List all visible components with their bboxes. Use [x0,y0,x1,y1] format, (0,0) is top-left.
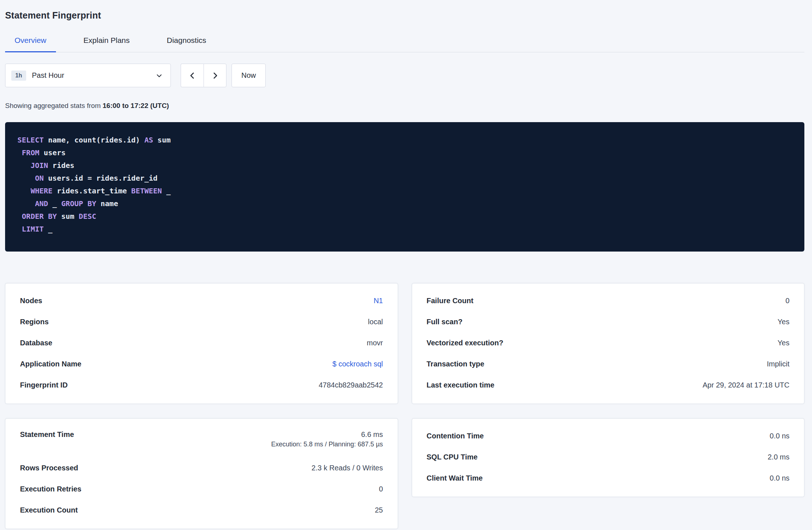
details-card-left: NodesN1RegionslocalDatabasemovrApplicati… [5,283,398,404]
row-sql-cpu-time: SQL CPU Time2.0 ms [427,446,790,467]
row-value-group: 0 [379,485,383,493]
row-last-execution-time: Last execution timeApr 29, 2024 at 17:18… [427,374,790,396]
row-value: Yes [777,318,789,326]
sql-text: name, count(rides.id) [44,136,144,144]
row-label: Last execution time [427,381,495,389]
row-application-name: Application Name$ cockroach sql [20,353,383,374]
row-value-group: local [368,318,383,326]
range-step-buttons [181,64,226,87]
row-value: 2.0 ms [768,453,789,461]
row-rows-processed: Rows Processed2.3 k Reads / 0 Writes [20,457,383,478]
aggregated-stats-prefix: Showing aggregated stats from [5,102,101,109]
next-range-button[interactable] [204,64,226,87]
row-value: 0 [785,297,789,305]
row-value-group: 0.0 ns [770,432,789,440]
tab-overview[interactable]: Overview [5,30,56,52]
row-value-group: 4784cb829aab2542 [319,381,383,389]
sql-text [17,174,35,182]
row-database: Databasemovr [20,332,383,353]
row-label: Database [20,339,52,347]
row-value-link[interactable]: N1 [374,297,383,305]
sql-text: rides.start_time [52,186,131,195]
sql-keyword: ON [35,174,44,182]
sql-line: JOIN rides [17,159,792,172]
sql-keyword: BETWEEN [131,186,162,195]
sql-text: sum [153,136,170,144]
sql-line: FROM users [17,146,792,159]
page-title: Statement Fingerprint [5,10,804,21]
aggregated-stats-line: Showing aggregated stats from 16:00 to 1… [5,102,804,110]
row-value: 0.0 ns [770,432,789,440]
sql-text: users [39,148,65,157]
row-transaction-type: Transaction typeImplicit [427,353,790,374]
sql-line: ORDER BY sum DESC [17,210,792,223]
sql-keyword: ORDER BY [22,212,57,221]
row-value-group: 6.6 msExecution: 5.8 ms / Planning: 687.… [271,430,383,448]
sql-text: _ [162,186,170,195]
row-value: 6.6 ms [361,430,383,439]
row-label: Fingerprint ID [20,381,68,389]
time-controls: 1h Past Hour [5,64,804,87]
sql-statement-box: SELECT name, count(rides.id) AS sum FROM… [5,122,804,252]
now-button[interactable]: Now [232,64,266,87]
metrics-card-left: Statement Time6.6 msExecution: 5.8 ms / … [5,418,398,529]
sql-keyword: GROUP BY [61,199,96,208]
row-client-wait-time: Client Wait Time0.0 ns [427,467,790,489]
chevron-right-icon [211,71,220,80]
statement-fingerprint-page: Statement Fingerprint Overview Explain P… [0,0,812,529]
metrics-card-right: Contention Time0.0 nsSQL CPU Time2.0 msC… [412,418,805,497]
sql-line: AND _ GROUP BY name [17,197,792,210]
row-label: Statement Time [20,430,74,439]
sql-text: rides [48,161,74,170]
sql-statement: SELECT name, count(rides.id) AS sum FROM… [17,134,792,236]
row-label: Vectorized execution? [427,339,503,347]
row-failure-count: Failure Count0 [427,290,790,311]
sql-text: _ [48,199,61,208]
row-value: 25 [375,506,383,514]
sql-keyword: AND [35,199,48,208]
row-value: 2.3 k Reads / 0 Writes [311,464,383,472]
sql-text [17,186,31,195]
row-value: 4784cb829aab2542 [319,381,383,389]
row-fingerprint-id: Fingerprint ID4784cb829aab2542 [20,374,383,396]
sql-keyword: LIMIT [22,225,44,233]
row-label: Rows Processed [20,464,78,472]
sql-text [17,225,22,233]
sql-line: WHERE rides.start_time BETWEEN _ [17,185,792,197]
tab-diagnostics[interactable]: Diagnostics [157,30,216,52]
row-label: Failure Count [427,297,474,305]
sql-text: sum [57,212,79,221]
row-label: Client Wait Time [427,474,483,482]
tab-explain-plans[interactable]: Explain Plans [74,30,139,52]
time-range-dropdown[interactable]: 1h Past Hour [5,64,171,87]
row-full-scan: Full scan?Yes [427,311,790,332]
sql-keyword: JOIN [31,161,48,170]
time-range-label: Past Hour [32,71,155,80]
sql-keyword: FROM [22,148,39,157]
row-label: Execution Retries [20,485,81,493]
row-value: movr [367,339,383,347]
row-contention-time: Contention Time0.0 ns [427,425,790,446]
row-value-group: Apr 29, 2024 at 17:18 UTC [703,381,789,389]
prev-range-button[interactable] [181,64,204,87]
row-label: SQL CPU Time [427,453,478,461]
row-label: Transaction type [427,360,485,368]
row-value-link[interactable]: $ cockroach sql [333,360,383,368]
row-value-group: 0.0 ns [770,474,789,482]
row-label: Contention Time [427,432,484,440]
sql-text: name [96,199,118,208]
row-value-group: $ cockroach sql [333,360,383,368]
row-label: Nodes [20,297,42,305]
row-value-group: Implicit [767,360,789,368]
chevron-left-icon [188,71,197,80]
row-label: Regions [20,318,49,326]
sql-line: ON users.id = rides.rider_id [17,172,792,185]
row-value-group: 2.3 k Reads / 0 Writes [311,464,383,472]
sql-text: users.id = rides.rider_id [44,174,157,182]
sql-line: LIMIT _ [17,223,792,236]
row-label: Full scan? [427,318,463,326]
sql-text [17,199,35,208]
row-value: Apr 29, 2024 at 17:18 UTC [703,381,789,389]
sql-keyword: SELECT [17,136,44,144]
row-value-group: N1 [374,297,383,305]
